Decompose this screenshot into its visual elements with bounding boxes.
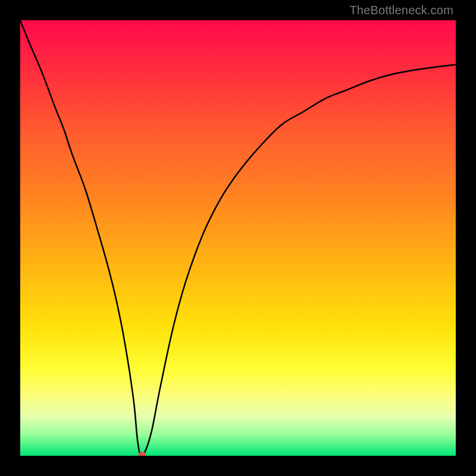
chart-frame: TheBottleneck.com [0,0,476,476]
bottleneck-curve [20,20,456,456]
watermark-text: TheBottleneck.com [349,4,453,17]
curve-svg [20,20,456,456]
plot-area [20,20,456,456]
